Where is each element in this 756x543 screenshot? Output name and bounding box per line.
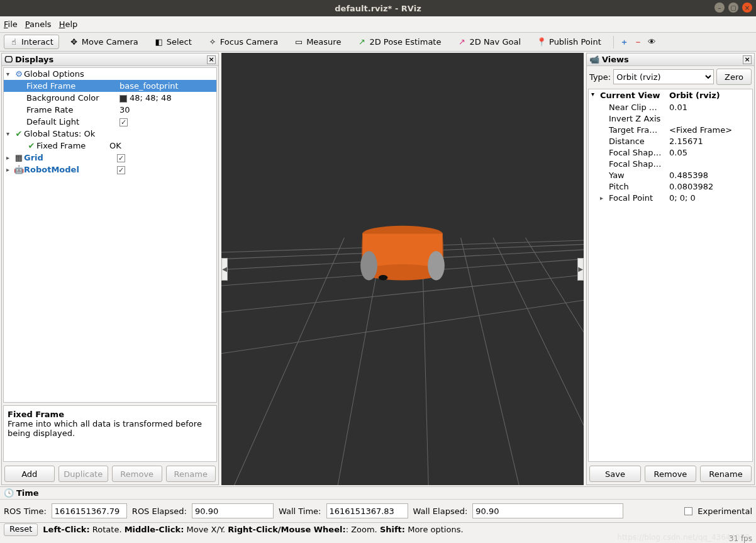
experimental-checkbox[interactable]	[684, 507, 692, 515]
menu-help[interactable]: Help	[59, 20, 78, 29]
rename-button: Rename	[166, 466, 216, 482]
plus-icon[interactable]: ＋	[620, 38, 629, 47]
svg-line-4	[221, 275, 584, 312]
rename-view-button[interactable]: Rename	[700, 466, 752, 482]
view-prop-row[interactable]: ▸Focal Point0; 0; 0	[589, 192, 752, 203]
global-status-row[interactable]: ▾✔Global Status: Ok	[4, 128, 216, 140]
background-color-row[interactable]: Background Color48; 48; 48	[4, 92, 216, 104]
titlebar: default.rviz* - RViz – ▢ ×	[0, 0, 756, 16]
robot-model-row[interactable]: ▸🤖RobotModel	[4, 164, 216, 176]
add-button[interactable]: Add	[4, 466, 55, 482]
select-icon: ◧	[155, 38, 164, 47]
view-prop-row[interactable]: Near Clip …0.01	[589, 101, 752, 113]
fixed-frame-status-row[interactable]: ✔Fixed FrameOK	[4, 140, 216, 152]
collapse-right-handle[interactable]: ▶	[577, 258, 584, 281]
ros-elapsed-input[interactable]	[192, 503, 274, 518]
save-view-button[interactable]: Save	[589, 466, 641, 482]
robot-model-checkbox[interactable]	[117, 166, 125, 174]
reset-button[interactable]: Reset	[4, 523, 38, 536]
time-header[interactable]: 🕓Time	[0, 487, 756, 500]
experimental-label: Experimental	[698, 507, 752, 516]
view-prop-row[interactable]: Invert Z Axis	[589, 113, 752, 124]
statusbar: Reset Left-Click: Rotate. Middle-Click: …	[0, 522, 756, 536]
publish-point-button[interactable]: 📍Publish Point	[531, 35, 607, 49]
maximize-button[interactable]: ▢	[728, 3, 738, 13]
svg-line-11	[525, 238, 584, 332]
close-button[interactable]: ×	[742, 3, 752, 13]
grid-row[interactable]: ▸▦Grid	[4, 152, 216, 164]
toolbar: ☝Interact ✥Move Camera ◧Select ✧Focus Ca…	[0, 33, 756, 52]
help-box: Fixed Frame Frame into which all data is…	[3, 405, 217, 462]
menu-file[interactable]: File	[4, 20, 18, 29]
wall-time-label: Wall Time:	[279, 507, 321, 516]
view-prop-row[interactable]: Target Fra…<Fixed Frame>	[589, 124, 752, 135]
views-tree[interactable]: ▾Current ViewOrbit (rviz) Near Clip …0.0…	[588, 89, 753, 462]
ros-elapsed-label: ROS Elapsed:	[132, 507, 187, 516]
robot-icon: 🤖	[14, 165, 24, 174]
move-icon: ✥	[70, 38, 79, 47]
remove-button: Remove	[112, 466, 162, 482]
close-icon[interactable]: ×	[743, 55, 752, 64]
select-button[interactable]: ◧Select	[149, 35, 197, 49]
displays-tree[interactable]: ▾⚙Global Options Fixed Framebase_footpri…	[3, 67, 217, 403]
close-icon[interactable]: ×	[207, 55, 216, 64]
menubar: File Panels Help	[0, 16, 756, 33]
ros-time-label: ROS Time:	[4, 507, 47, 516]
view-prop-row[interactable]: Distance2.15671	[589, 135, 752, 147]
remove-view-button[interactable]: Remove	[645, 466, 696, 482]
view-prop-row[interactable]: Yaw0.485398	[589, 169, 752, 181]
view-prop-row[interactable]: Focal Shap…0.05	[589, 147, 752, 158]
collapse-left-handle[interactable]: ◀	[221, 258, 228, 281]
3d-viewport[interactable]: ◀ ▶	[221, 53, 584, 485]
wall-time-input[interactable]	[326, 503, 408, 518]
frame-rate-row[interactable]: Frame Rate30	[4, 104, 216, 116]
color-swatch	[120, 95, 127, 103]
svg-point-17	[379, 275, 387, 280]
move-camera-button[interactable]: ✥Move Camera	[64, 35, 144, 49]
fixed-frame-row[interactable]: Fixed Framebase_footprint	[4, 80, 216, 92]
gear-icon: ⚙	[14, 69, 24, 79]
view-prop-row[interactable]: Pitch0.0803982	[589, 181, 752, 192]
camera-icon: 📹	[589, 55, 599, 64]
views-header[interactable]: 📹 Views ×	[587, 53, 754, 66]
default-light-row[interactable]: Default Light	[4, 116, 216, 128]
window-title: default.rviz* - RViz	[335, 4, 421, 13]
nav-goal-button[interactable]: ↗2D Nav Goal	[452, 35, 526, 49]
svg-line-10	[493, 238, 584, 425]
help-title: Fixed Frame	[8, 410, 213, 419]
menu-panels[interactable]: Panels	[25, 20, 52, 29]
view-prop-row[interactable]: Focal Shap…	[589, 158, 752, 169]
nav-icon: ↗	[457, 38, 466, 47]
focus-icon: ✧	[208, 38, 217, 47]
measure-button[interactable]: ▭Measure	[289, 35, 347, 49]
default-light-checkbox[interactable]	[120, 118, 128, 126]
eye-icon[interactable]: 👁	[648, 38, 657, 47]
check-icon: ✔	[14, 129, 24, 138]
pose-icon: ↗	[357, 38, 366, 47]
grid-checkbox[interactable]	[117, 154, 125, 162]
wall-elapsed-input[interactable]	[472, 503, 623, 518]
focus-camera-button[interactable]: ✧Focus Camera	[203, 35, 284, 49]
svg-point-16	[360, 251, 377, 281]
svg-line-6	[235, 238, 345, 485]
minimize-button[interactable]: –	[714, 3, 725, 13]
minus-icon[interactable]: －	[634, 38, 643, 47]
ros-time-input[interactable]	[52, 503, 127, 518]
check-icon: ✔	[26, 141, 36, 150]
pose-estimate-button[interactable]: ↗2D Pose Estimate	[352, 35, 447, 49]
status-hint: Left-Click: Rotate. Middle-Click: Move X…	[43, 525, 463, 534]
clock-icon: 🕓	[4, 488, 14, 498]
help-text: Frame into which all data is transformed…	[8, 419, 213, 438]
svg-line-5	[221, 300, 584, 354]
robot-model	[360, 226, 445, 281]
global-options-row[interactable]: ▾⚙Global Options	[4, 68, 216, 80]
displays-panel: 🖵 Displays × ▾⚙Global Options Fixed Fram…	[1, 53, 219, 485]
view-type-select[interactable]: Orbit (rviz)	[613, 69, 714, 84]
zero-button[interactable]: Zero	[716, 69, 752, 85]
views-panel: 📹 Views × Type: Orbit (rviz) Zero ▾Curre…	[586, 53, 755, 485]
grid-icon: ▦	[14, 153, 24, 162]
displays-header[interactable]: 🖵 Displays ×	[2, 53, 218, 66]
fps-label: 31 fps	[729, 534, 752, 543]
time-panel: 🕓Time ROS Time: ROS Elapsed: Wall Time: …	[0, 486, 756, 543]
interact-button[interactable]: ☝Interact	[4, 35, 59, 49]
